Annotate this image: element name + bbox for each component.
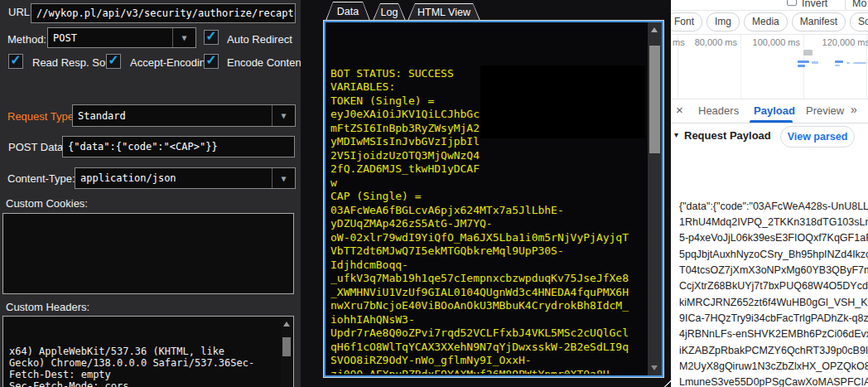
bot-console-panel: Data Log HTML View BOT STATUS: SUCCESSVA… — [301, 0, 671, 387]
method-dropdown[interactable]: POST ▼ — [47, 27, 196, 48]
request-builder-panel: URL: //wykop.pl/api/v3/security/authoriz… — [0, 0, 301, 387]
auto-redirect-checkbox[interactable]: ✓ — [204, 30, 219, 45]
close-icon[interactable]: × — [676, 103, 683, 117]
url-label: URL: — [8, 6, 33, 18]
timeline-gridline — [803, 35, 804, 99]
scroll-down-icon[interactable] — [651, 365, 658, 370]
header-line: Gecko) Chrome/138.0.0.0 Safari/537.36Sec… — [9, 357, 278, 369]
console-line: IdjhdcmBoqq- — [330, 259, 644, 273]
tab-log-label: Log — [373, 3, 406, 21]
view-parsed-button[interactable]: View parsed — [780, 126, 855, 148]
console-line: nwXru7bNcjoE40ViBOoAnOkU3MBbuK4CrydrokBh… — [330, 299, 644, 313]
request-payload-source[interactable]: {"data":{"code":"03AFcWeA428s-UnU8LLu1Rh… — [679, 151, 868, 387]
console-line: iohhIAhQNsW3- — [330, 313, 644, 327]
url-value: //wykop.pl/api/v3/security/authorize/rec… — [36, 7, 296, 19]
console-line: zj0QQ_AFXpuPZBdxE9YAXMuf26M89PWtYpmr0XTQ… — [330, 368, 644, 375]
timeline-gridline — [740, 35, 741, 99]
tab-data-label: Data — [326, 2, 370, 21]
custom-headers-content: x64) AppleWebKit/537.36 (KHTML, likeGeck… — [9, 316, 278, 387]
read-resp-label: Read Resp. Sou — [32, 56, 111, 69]
console-line: VbTT2dt6MJwQ7I5ekMTGQbkreMql9UpP30S- — [330, 244, 644, 259]
timeline-tick: 100,000 ms — [753, 37, 800, 47]
waterfall-bar — [835, 65, 840, 66]
encode-content-checkbox[interactable]: ✓ — [204, 54, 219, 69]
url-input[interactable]: //wykop.pl/api/v3/security/authorize/rec… — [31, 3, 296, 23]
content-type-dropdown[interactable]: application/json ▼ — [75, 167, 296, 189]
invert-checkbox[interactable] — [787, 0, 797, 6]
tab-data[interactable]: Data — [326, 2, 370, 21]
waterfall-bar — [798, 60, 809, 63]
checkmark-icon: ✓ — [108, 54, 118, 67]
devtools-panel: Invert Mo FontImgMediaManifestSocketW ms… — [671, 0, 868, 387]
tab-html-view[interactable]: HTML View — [407, 3, 480, 21]
tab-headers[interactable]: Headers — [698, 104, 739, 117]
waterfall-bar — [853, 62, 866, 64]
timeline-tick: 80,000 ms — [695, 37, 737, 47]
timeline-tick: ms — [673, 37, 685, 47]
timeline-tick: 120,000 ms — [822, 37, 868, 47]
content-type-value: application/json — [80, 172, 176, 184]
payload-line: {"data":{"code":"03AFcWeA428s-UnU8LLu — [679, 199, 868, 215]
filter-chip[interactable]: Img — [706, 12, 740, 31]
filter-chip[interactable]: Socket — [850, 12, 868, 31]
tab-overflow-icon[interactable]: » — [851, 103, 857, 116]
invert-label: Invert — [802, 0, 827, 9]
waterfall-bar — [812, 61, 818, 64]
scrollbar-thumb[interactable] — [649, 46, 660, 153]
header-line: x64) AppleWebKit/537.36 (KHTML, like — [9, 346, 278, 357]
filter-chip[interactable]: Font — [671, 12, 702, 31]
scroll-up-icon[interactable] — [651, 27, 658, 32]
checkmark-icon: ✓ — [205, 30, 216, 43]
payload-line: T04tcsOZ7jXmX3oNPxMg60YB3QByF7m4 — [679, 263, 868, 278]
payload-line: CcjXtrZ68BkUYj7t7bxPUQ68W4O5DYcdkS — [679, 278, 868, 294]
request-detail-tabbar: × Headers Payload Preview » — [671, 99, 868, 123]
console-line: 2V5IjoidzUzOTQ3MjQwNzQ4 — [330, 149, 644, 163]
filter-chip[interactable]: Media — [744, 12, 788, 31]
request-type-value: Standard — [78, 110, 126, 122]
scroll-up-icon[interactable] — [283, 322, 290, 327]
console-line: 03AFcWeA6fBGLcvA6pjx624MTx7a5JlLbhE- — [330, 204, 644, 218]
console-line: _XWMHNViU1VzUf9GIAL0104QUgnWd3c4HNEDA4fq… — [330, 286, 644, 300]
custom-headers-textarea[interactable]: x64) AppleWebKit/537.36 (KHTML, likeGeck… — [2, 316, 294, 387]
request-type-label: Request Type: — [7, 110, 77, 123]
payload-line: 5-p4xeVoJjL06k39esE3FIOQxf7KqGF1aF0S — [679, 230, 868, 246]
payload-line: iKZABZpRbakPCMZY6QchRT3J9p0cB9I0t5 — [679, 343, 868, 359]
post-data-label: POST Data: — [8, 141, 66, 153]
console-line: CAP (Single) = — [330, 190, 644, 204]
redaction-box — [480, 65, 645, 138]
collapse-triangle-icon[interactable]: ▾ — [674, 130, 678, 139]
waterfall-bar — [846, 62, 850, 64]
console-line: Updr7rAe8Q0oZPvi7rqd52VCLFfxbJ4VKL5MSc2c… — [330, 327, 644, 341]
bot-output-console[interactable]: BOT STATUS: SUCCESSVARIABLES:TOKEN (Sing… — [324, 21, 663, 377]
console-line: w — [330, 177, 644, 191]
method-label: Method: — [7, 33, 46, 46]
more-filters-label[interactable]: Mo — [852, 0, 866, 9]
header-line: Sec-Fetch-Mode: cors — [9, 380, 278, 387]
post-data-input[interactable]: {"data":{"code":"<CAP>"}} — [62, 136, 295, 157]
divider — [671, 10, 868, 11]
method-value: POST — [53, 32, 77, 44]
read-resp-checkbox[interactable]: ✓ — [8, 54, 23, 69]
custom-headers-label: Custom Headers: — [6, 301, 89, 313]
tab-log[interactable]: Log — [373, 3, 406, 21]
payload-line: M2UyX8gQiruw1N3cZbZlxHX_OPZQkO8i — [679, 359, 868, 375]
custom-cookies-textarea[interactable] — [2, 213, 294, 294]
console-line: oW-02xlr79wdI9YiQfO_Ma6JX5Lba1i0m5rNjVyP… — [330, 231, 644, 245]
tab-payload[interactable]: Payload — [754, 104, 795, 117]
filter-chip[interactable]: Manifest — [792, 12, 846, 31]
chevron-down-icon[interactable]: ▼ — [172, 28, 195, 47]
chevron-down-icon[interactable]: ▼ — [272, 168, 295, 188]
tab-preview[interactable]: Preview — [806, 104, 844, 117]
accept-encoding-checkbox[interactable]: ✓ — [106, 54, 121, 69]
console-scrollbar[interactable] — [648, 22, 662, 375]
tab-html-view-label: HTML View — [407, 3, 480, 21]
toolbar-divider — [845, 0, 846, 10]
checkmark-icon: ✓ — [10, 54, 21, 67]
scrollbar-thumb[interactable] — [282, 337, 291, 356]
headers-scrollbar[interactable] — [281, 317, 292, 387]
waterfall-marker — [803, 50, 813, 56]
view-parsed-label: View parsed — [788, 131, 848, 143]
chevron-down-icon[interactable]: ▼ — [272, 105, 295, 126]
request-type-dropdown[interactable]: Standard ▼ — [72, 104, 296, 127]
payload-line: LmuneS3ve55D0pPSgCawXoMASPFCIA9t — [679, 375, 868, 387]
